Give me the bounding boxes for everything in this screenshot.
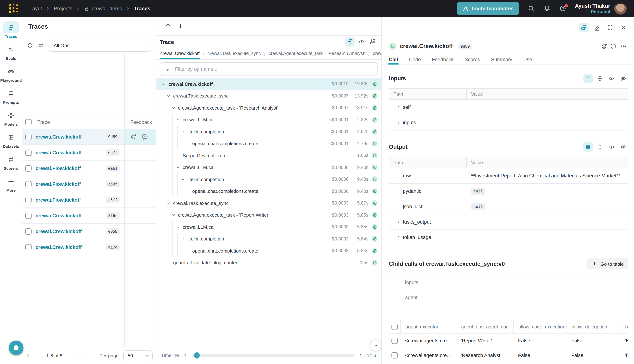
help-icon[interactable] bbox=[559, 5, 566, 12]
tree-row[interactable]: crewai.Task.execute_sync$0.00035.87s bbox=[156, 197, 381, 209]
trace-name[interactable]: crewai.Crew.kickoff bbox=[36, 134, 82, 140]
sidebar-item-evals[interactable]: Evals bbox=[3, 43, 20, 60]
tree-row[interactable]: crewai.Task.execute_sync$0.000713.92s bbox=[156, 90, 381, 102]
expand-chevron-icon[interactable] bbox=[180, 237, 186, 241]
close-button[interactable] bbox=[618, 22, 628, 32]
tab-feedback[interactable]: Feedback bbox=[432, 54, 454, 64]
avatar[interactable] bbox=[614, 2, 627, 15]
tree-row[interactable]: litellm.completion$0.00035.84s bbox=[156, 233, 381, 245]
tab-call[interactable]: Call bbox=[389, 54, 398, 64]
sidebar-item-scorers[interactable]: Scorers bbox=[3, 153, 20, 170]
invite-teammates-button[interactable]: Invite teammates bbox=[457, 2, 519, 15]
column-header-b[interactable]: b bbox=[620, 320, 628, 333]
hide-button[interactable] bbox=[618, 142, 628, 152]
expand-chevron-icon[interactable] bbox=[161, 82, 167, 86]
tree-row[interactable]: openai.chat.completions.create$0.00069.4… bbox=[156, 185, 381, 197]
child-call-row[interactable]: <crewai.agents.cre...'Report Writer'Fals… bbox=[389, 334, 628, 348]
next-page-button[interactable] bbox=[75, 353, 86, 358]
sidebar-item-datasets[interactable]: Datasets bbox=[3, 131, 20, 148]
tree-row[interactable]: crewai.Agent.execute_task - 'Report Writ… bbox=[156, 209, 381, 221]
trace-row[interactable]: crewai.Flow.kickoffc5ff bbox=[22, 192, 156, 208]
row-checkbox[interactable] bbox=[25, 181, 32, 187]
view-rows-button[interactable] bbox=[583, 142, 593, 152]
view-json-button[interactable] bbox=[607, 142, 616, 152]
next-trace-button[interactable] bbox=[177, 23, 184, 29]
row-checkbox[interactable] bbox=[25, 212, 32, 219]
trace-row[interactable]: crewai.Crew.kickoffa17d bbox=[22, 239, 156, 255]
sidebar-item-playground[interactable]: Playground bbox=[0, 65, 22, 82]
view-tree-button[interactable] bbox=[345, 37, 355, 46]
view-code-button[interactable] bbox=[357, 37, 366, 46]
column-header-path[interactable]: Path bbox=[389, 89, 467, 99]
tree-row[interactable]: litellm.completion$0.00069.40s bbox=[156, 174, 381, 185]
tree-row[interactable]: crewai.Crew.kickoff$0.001019.83s bbox=[156, 78, 381, 90]
per-page-select[interactable]: 50 bbox=[123, 350, 153, 361]
trace-row[interactable]: crewai.Crew.kickoffe058 bbox=[22, 224, 156, 239]
trace-row[interactable]: crewai.Flow.kickoffc59f bbox=[22, 176, 156, 192]
view-flame-button[interactable] bbox=[368, 37, 378, 46]
view-json-button[interactable] bbox=[607, 74, 616, 83]
tree-row[interactable]: crewai.LLM.call$0.00035.85s bbox=[156, 221, 381, 233]
expand-chevron-icon[interactable] bbox=[175, 166, 181, 170]
path-row[interactable]: raw**Investment Report: AI in Chemical a… bbox=[389, 168, 628, 184]
trace-row[interactable]: crewai.Crew.kickoff316c bbox=[22, 208, 156, 224]
breadcrumb-projects[interactable]: Projects bbox=[54, 6, 72, 11]
tree-row[interactable]: SerperDevTool._run1.66s bbox=[156, 150, 381, 162]
collapse-panel-button[interactable] bbox=[370, 340, 382, 351]
trace-row[interactable]: crewai.Crew.kickoff657f bbox=[22, 145, 156, 160]
search-icon[interactable] bbox=[528, 5, 535, 12]
op-name-filter-input[interactable] bbox=[174, 66, 373, 72]
hide-button[interactable] bbox=[618, 74, 628, 83]
path-row[interactable]: token_usage bbox=[389, 230, 628, 245]
column-header-path[interactable]: Path bbox=[389, 157, 467, 168]
tab-use[interactable]: Use bbox=[523, 54, 532, 64]
tree-row[interactable]: crewai.LLM.call<$0.00012.82s bbox=[156, 114, 381, 126]
chat-bubble-button[interactable] bbox=[9, 340, 24, 355]
column-header-value[interactable]: Value bbox=[467, 89, 628, 99]
expand-chevron-icon[interactable] bbox=[175, 118, 181, 122]
column-header-trace[interactable]: Trace bbox=[38, 119, 50, 125]
expand-chevron-icon[interactable] bbox=[393, 120, 403, 125]
notifications-icon[interactable] bbox=[543, 5, 551, 12]
add-reaction-button[interactable] bbox=[601, 43, 607, 50]
expand-chevron-icon[interactable] bbox=[393, 235, 403, 239]
tree-row[interactable]: guardrail-validate_blog_content0ms bbox=[156, 257, 381, 269]
row-checkbox[interactable] bbox=[25, 197, 32, 203]
row-checkbox[interactable] bbox=[25, 244, 32, 250]
trace-name[interactable]: crewai.Flow.kickoff bbox=[36, 197, 81, 202]
child-call-row[interactable]: <crewai.agents.cre...'Research Analyst'F… bbox=[389, 348, 628, 363]
crumb-tab[interactable]: crewai.Task.execute_sync bbox=[207, 48, 261, 60]
column-header-allow_delegation[interactable]: allow_delegation bbox=[566, 320, 620, 333]
comment-button[interactable] bbox=[610, 43, 617, 50]
show-tree-button[interactable] bbox=[579, 22, 588, 32]
expand-chevron-icon[interactable] bbox=[175, 225, 181, 229]
go-to-table-button[interactable]: Go to table bbox=[587, 258, 628, 270]
column-header-allow_code_execution[interactable]: allow_code_execution bbox=[513, 320, 566, 333]
fullscreen-button[interactable] bbox=[605, 22, 615, 32]
expand-chevron-icon[interactable] bbox=[171, 213, 176, 217]
sidebar-item-more[interactable]: More bbox=[3, 175, 20, 192]
trace-row[interactable]: crewai.Crew.kickoff9d89 bbox=[22, 129, 156, 145]
expand-chevron-icon[interactable] bbox=[180, 178, 186, 182]
path-row[interactable]: tasks_output bbox=[389, 214, 628, 230]
tab-scores[interactable]: Scores bbox=[465, 54, 480, 64]
tab-code[interactable]: Code bbox=[409, 54, 421, 64]
row-checkbox[interactable] bbox=[391, 352, 398, 358]
view-rows-button[interactable] bbox=[583, 74, 593, 83]
trace-name[interactable]: crewai.Flow.kickoff bbox=[36, 181, 81, 187]
tree-row[interactable]: crewai.Agent.execute_task - 'Research An… bbox=[156, 102, 381, 114]
tab-summary[interactable]: Summary bbox=[491, 54, 512, 64]
refresh-button[interactable] bbox=[27, 42, 33, 49]
trace-name[interactable]: crewai.Crew.kickoff bbox=[36, 150, 82, 155]
column-settings-button[interactable] bbox=[38, 42, 44, 49]
edit-button[interactable] bbox=[592, 22, 602, 32]
row-checkbox[interactable] bbox=[25, 165, 32, 171]
path-row[interactable]: inputs bbox=[389, 115, 628, 130]
path-row[interactable]: json_dictnull bbox=[389, 199, 628, 214]
timeline-knob[interactable] bbox=[194, 352, 199, 358]
breadcrumb-entity[interactable]: ayut bbox=[32, 6, 42, 11]
sidebar-item-models[interactable]: Models bbox=[3, 109, 20, 126]
ops-filter-select[interactable]: All Ops bbox=[49, 40, 151, 52]
breadcrumb-project[interactable]: crewai_demo bbox=[84, 6, 122, 11]
tree-row[interactable]: openai.chat.completions.create<$0.00012.… bbox=[156, 138, 381, 150]
